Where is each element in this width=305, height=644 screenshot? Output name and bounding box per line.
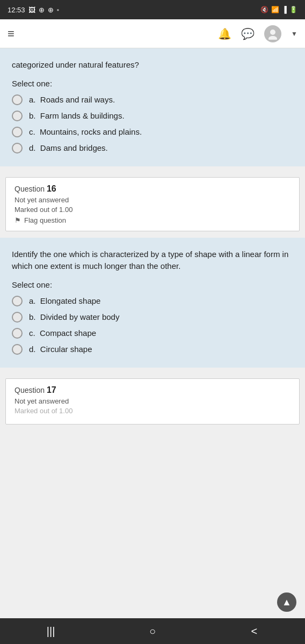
dropdown-arrow-icon[interactable]: ▼ xyxy=(291,30,297,38)
page-spacer xyxy=(0,425,305,619)
q17-status: Not yet answered xyxy=(14,397,291,405)
radio-option-d[interactable] xyxy=(12,143,23,153)
q16-option-a-label: a. Elongated shape xyxy=(29,296,100,305)
radio-q16-option-c[interactable] xyxy=(12,328,23,339)
option-c-label: c. Mountains, rocks and plains. xyxy=(29,127,142,136)
option-d-label: d. Dams and bridges. xyxy=(29,143,108,152)
battery-icon: 🔋 xyxy=(289,6,297,13)
main-content: categorized under natural features? Sele… xyxy=(0,48,305,618)
screenshot-icon: 🖼 xyxy=(28,6,35,14)
question-15-card: categorized under natural features? Sele… xyxy=(0,48,305,166)
flag-icon: ⚑ xyxy=(14,216,21,224)
list-item[interactable]: b. Divided by water body xyxy=(12,312,293,323)
avatar[interactable] xyxy=(264,25,281,42)
question-16-card: Identify the one which is characterized … xyxy=(0,238,305,368)
q16-marked: Marked out of 1.00 xyxy=(14,206,291,214)
status-left: 12:53 🖼 ⊕ ⊕ ● xyxy=(8,6,59,14)
svg-point-1 xyxy=(268,36,277,40)
home-button[interactable]: ○ xyxy=(139,618,166,644)
q15-intro-text: categorized under natural features? xyxy=(12,59,293,71)
question-17-info-box: Question 17 Not yet answered Marked out … xyxy=(5,378,300,425)
list-item[interactable]: c. Compact shape xyxy=(12,328,293,339)
menu-lines-icon: ||| xyxy=(47,625,55,638)
q16-option-d-label: d. Circular shape xyxy=(29,345,92,354)
nav-left: ≡ xyxy=(8,27,14,41)
radio-q16-option-b[interactable] xyxy=(12,312,23,323)
status-bar: 12:53 🖼 ⊕ ⊕ ● 🔇 📶 ▐ 🔋 xyxy=(0,0,305,19)
q16-select-one-label: Select one: xyxy=(12,280,293,289)
menu-button[interactable]: ||| xyxy=(38,618,64,644)
list-item[interactable]: b. Farm lands & buildings. xyxy=(12,111,293,121)
radio-option-a[interactable] xyxy=(12,94,23,105)
q17-number: 17 xyxy=(47,385,56,394)
q16-option-c-label: c. Compact shape xyxy=(29,328,96,338)
time-display: 12:53 xyxy=(8,6,25,14)
radio-option-b[interactable] xyxy=(12,111,23,121)
chat-icon[interactable]: 💬 xyxy=(241,27,255,40)
radio-option-c[interactable] xyxy=(12,127,23,137)
q16-options-list: a. Elongated shape b. Divided by water b… xyxy=(12,296,293,355)
plus-circle-outline-icon: ⊕ xyxy=(48,6,54,14)
back-button[interactable]: < xyxy=(241,618,267,644)
option-a-label: a. Roads and rail ways. xyxy=(29,95,115,104)
home-circle-icon: ○ xyxy=(149,625,156,638)
list-item[interactable]: a. Roads and rail ways. xyxy=(12,94,293,105)
q16-flag-question[interactable]: ⚑ Flag question xyxy=(14,216,291,224)
bell-icon[interactable]: 🔔 xyxy=(218,27,231,40)
status-right: 🔇 📶 ▐ 🔋 xyxy=(260,6,297,13)
nav-bar: ≡ 🔔 💬 ▼ xyxy=(0,19,305,48)
list-item[interactable]: a. Elongated shape xyxy=(12,296,293,306)
signal-icon: ▐ xyxy=(282,6,287,13)
list-item[interactable]: d. Circular shape xyxy=(12,344,293,355)
wifi-icon: 📶 xyxy=(271,6,279,13)
plus-circle-icon: ⊕ xyxy=(39,6,45,14)
q16-option-b-label: b. Divided by water body xyxy=(29,312,119,321)
hamburger-menu-icon[interactable]: ≡ xyxy=(8,27,14,41)
q16-number-label: Question 16 xyxy=(14,184,291,194)
bottom-nav-bar: ||| ○ < xyxy=(0,618,305,644)
nav-right: 🔔 💬 ▼ xyxy=(218,25,297,42)
mute-icon: 🔇 xyxy=(260,6,268,13)
q16-intro-text: Identify the one which is characterized … xyxy=(12,248,293,273)
q15-options-list: a. Roads and rail ways. b. Farm lands & … xyxy=(12,94,293,153)
q17-marked: Marked out of 1.00 xyxy=(14,407,291,415)
q16-status: Not yet answered xyxy=(14,196,291,204)
scroll-up-button[interactable]: ▲ xyxy=(277,592,296,612)
svg-point-0 xyxy=(270,30,275,35)
list-item[interactable]: c. Mountains, rocks and plains. xyxy=(12,127,293,137)
radio-q16-option-a[interactable] xyxy=(12,296,23,306)
radio-q16-option-d[interactable] xyxy=(12,344,23,355)
list-item[interactable]: d. Dams and bridges. xyxy=(12,143,293,153)
q17-number-label: Question 17 xyxy=(14,385,291,395)
flag-label: Flag question xyxy=(24,216,66,224)
back-chevron-icon: < xyxy=(251,625,257,638)
question-16-info-box: Question 16 Not yet answered Marked out … xyxy=(5,177,300,231)
dot-icon: ● xyxy=(57,8,60,12)
option-b-label: b. Farm lands & buildings. xyxy=(29,111,125,120)
q16-number: 16 xyxy=(47,184,56,193)
q15-select-one-label: Select one: xyxy=(12,79,293,88)
